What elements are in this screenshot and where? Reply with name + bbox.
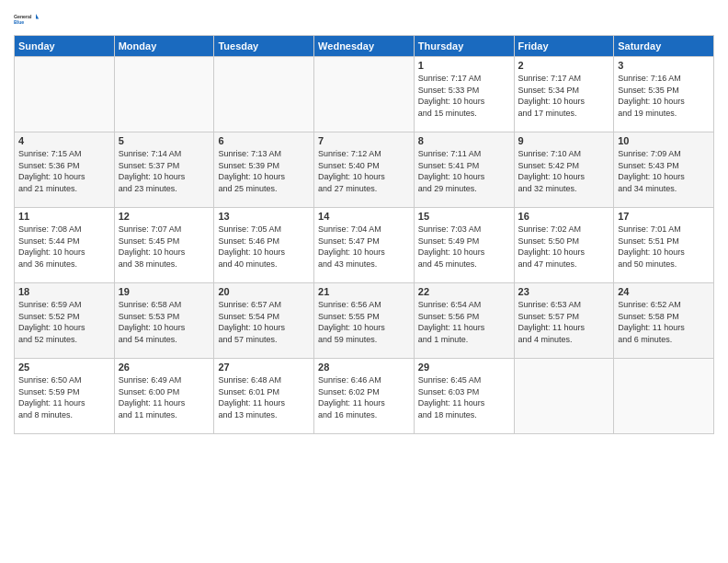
calendar-cell: 21Sunrise: 6:56 AM Sunset: 5:55 PM Dayli…: [314, 283, 415, 359]
day-number: 4: [18, 135, 110, 146]
calendar-cell: 26Sunrise: 6:49 AM Sunset: 6:00 PM Dayli…: [114, 359, 214, 434]
day-info: Sunrise: 7:10 AM Sunset: 5:42 PM Dayligh…: [518, 148, 610, 194]
calendar-table: SundayMondayTuesdayWednesdayThursdayFrid…: [14, 35, 714, 434]
calendar-cell: 10Sunrise: 7:09 AM Sunset: 5:43 PM Dayli…: [614, 132, 714, 208]
day-number: 13: [218, 211, 310, 222]
day-number: 29: [418, 362, 510, 373]
week-row-4: 18Sunrise: 6:59 AM Sunset: 5:52 PM Dayli…: [15, 283, 714, 359]
day-number: 23: [518, 286, 610, 297]
calendar-cell: 24Sunrise: 6:52 AM Sunset: 5:58 PM Dayli…: [614, 283, 714, 359]
day-info: Sunrise: 6:57 AM Sunset: 5:54 PM Dayligh…: [218, 299, 310, 345]
day-number: 7: [318, 135, 410, 146]
calendar-cell: 16Sunrise: 7:02 AM Sunset: 5:50 PM Dayli…: [514, 208, 614, 283]
day-header-tuesday: Tuesday: [214, 36, 314, 57]
calendar-cell: 12Sunrise: 7:07 AM Sunset: 5:45 PM Dayli…: [114, 208, 214, 283]
day-header-friday: Friday: [514, 36, 614, 57]
day-number: 19: [119, 286, 210, 297]
logo-icon: GeneralBlue: [14, 9, 40, 29]
header: GeneralBlue: [14, 9, 714, 29]
day-info: Sunrise: 7:09 AM Sunset: 5:43 PM Dayligh…: [618, 148, 710, 194]
calendar-cell: 25Sunrise: 6:50 AM Sunset: 5:59 PM Dayli…: [15, 359, 115, 434]
calendar-cell: [114, 57, 214, 132]
day-info: Sunrise: 7:07 AM Sunset: 5:45 PM Dayligh…: [119, 224, 210, 270]
calendar-cell: 13Sunrise: 7:05 AM Sunset: 5:46 PM Dayli…: [214, 208, 314, 283]
calendar-cell: 17Sunrise: 7:01 AM Sunset: 5:51 PM Dayli…: [614, 208, 714, 283]
page-container: GeneralBlue SundayMondayTuesdayWednesday…: [0, 0, 728, 443]
day-header-thursday: Thursday: [414, 36, 514, 57]
day-number: 8: [418, 135, 510, 146]
day-number: 27: [218, 362, 310, 373]
day-info: Sunrise: 6:49 AM Sunset: 6:00 PM Dayligh…: [119, 374, 210, 420]
svg-marker-2: [36, 14, 39, 19]
week-row-5: 25Sunrise: 6:50 AM Sunset: 5:59 PM Dayli…: [15, 359, 714, 434]
day-info: Sunrise: 7:17 AM Sunset: 5:33 PM Dayligh…: [418, 73, 510, 119]
calendar-cell: 20Sunrise: 6:57 AM Sunset: 5:54 PM Dayli…: [214, 283, 314, 359]
calendar-cell: 28Sunrise: 6:46 AM Sunset: 6:02 PM Dayli…: [314, 359, 415, 434]
calendar-cell: 1Sunrise: 7:17 AM Sunset: 5:33 PM Daylig…: [414, 57, 514, 132]
day-info: Sunrise: 6:45 AM Sunset: 6:03 PM Dayligh…: [418, 374, 510, 420]
day-number: 20: [218, 286, 310, 297]
day-info: Sunrise: 6:46 AM Sunset: 6:02 PM Dayligh…: [318, 374, 410, 420]
day-info: Sunrise: 6:58 AM Sunset: 5:53 PM Dayligh…: [119, 299, 210, 345]
calendar-cell: 7Sunrise: 7:12 AM Sunset: 5:40 PM Daylig…: [314, 132, 415, 208]
day-info: Sunrise: 7:05 AM Sunset: 5:46 PM Dayligh…: [218, 224, 310, 270]
calendar-cell: 8Sunrise: 7:11 AM Sunset: 5:41 PM Daylig…: [414, 132, 514, 208]
day-info: Sunrise: 7:12 AM Sunset: 5:40 PM Dayligh…: [318, 148, 410, 194]
day-info: Sunrise: 6:59 AM Sunset: 5:52 PM Dayligh…: [18, 299, 110, 345]
day-number: 26: [119, 362, 210, 373]
week-row-3: 11Sunrise: 7:08 AM Sunset: 5:44 PM Dayli…: [15, 208, 714, 283]
day-number: 22: [418, 286, 510, 297]
day-info: Sunrise: 7:03 AM Sunset: 5:49 PM Dayligh…: [418, 224, 510, 270]
day-number: 3: [618, 60, 710, 71]
day-number: 16: [518, 211, 610, 222]
day-number: 5: [119, 135, 210, 146]
calendar-cell: 27Sunrise: 6:48 AM Sunset: 6:01 PM Dayli…: [214, 359, 314, 434]
calendar-cell: 9Sunrise: 7:10 AM Sunset: 5:42 PM Daylig…: [514, 132, 614, 208]
calendar-cell: 22Sunrise: 6:54 AM Sunset: 5:56 PM Dayli…: [414, 283, 514, 359]
day-number: 1: [418, 60, 510, 71]
svg-text:Blue: Blue: [14, 19, 24, 25]
day-info: Sunrise: 7:14 AM Sunset: 5:37 PM Dayligh…: [119, 148, 210, 194]
calendar-cell: 6Sunrise: 7:13 AM Sunset: 5:39 PM Daylig…: [214, 132, 314, 208]
day-number: 18: [18, 286, 110, 297]
day-number: 9: [518, 135, 610, 146]
day-number: 21: [318, 286, 410, 297]
calendar-cell: 15Sunrise: 7:03 AM Sunset: 5:49 PM Dayli…: [414, 208, 514, 283]
day-number: 25: [18, 362, 110, 373]
calendar-cell: 18Sunrise: 6:59 AM Sunset: 5:52 PM Dayli…: [15, 283, 115, 359]
week-row-2: 4Sunrise: 7:15 AM Sunset: 5:36 PM Daylig…: [15, 132, 714, 208]
day-info: Sunrise: 7:15 AM Sunset: 5:36 PM Dayligh…: [18, 148, 110, 194]
logo: GeneralBlue: [14, 9, 40, 29]
day-number: 15: [418, 211, 510, 222]
week-row-1: 1Sunrise: 7:17 AM Sunset: 5:33 PM Daylig…: [15, 57, 714, 132]
day-info: Sunrise: 7:17 AM Sunset: 5:34 PM Dayligh…: [518, 73, 610, 119]
day-number: 6: [218, 135, 310, 146]
day-info: Sunrise: 6:53 AM Sunset: 5:57 PM Dayligh…: [518, 299, 610, 345]
day-info: Sunrise: 6:50 AM Sunset: 5:59 PM Dayligh…: [18, 374, 110, 420]
calendar-cell: [314, 57, 415, 132]
day-info: Sunrise: 6:54 AM Sunset: 5:56 PM Dayligh…: [418, 299, 510, 345]
day-number: 17: [618, 211, 710, 222]
day-info: Sunrise: 7:16 AM Sunset: 5:35 PM Dayligh…: [618, 73, 710, 119]
calendar-cell: [214, 57, 314, 132]
day-number: 12: [119, 211, 210, 222]
header-row: SundayMondayTuesdayWednesdayThursdayFrid…: [15, 36, 714, 57]
day-number: 14: [318, 211, 410, 222]
day-header-monday: Monday: [114, 36, 214, 57]
day-number: 28: [318, 362, 410, 373]
calendar-cell: 23Sunrise: 6:53 AM Sunset: 5:57 PM Dayli…: [514, 283, 614, 359]
calendar-cell: 2Sunrise: 7:17 AM Sunset: 5:34 PM Daylig…: [514, 57, 614, 132]
day-info: Sunrise: 7:04 AM Sunset: 5:47 PM Dayligh…: [318, 224, 410, 270]
calendar-cell: 11Sunrise: 7:08 AM Sunset: 5:44 PM Dayli…: [15, 208, 115, 283]
day-number: 2: [518, 60, 610, 71]
calendar-cell: 14Sunrise: 7:04 AM Sunset: 5:47 PM Dayli…: [314, 208, 415, 283]
day-number: 10: [618, 135, 710, 146]
calendar-cell: 19Sunrise: 6:58 AM Sunset: 5:53 PM Dayli…: [114, 283, 214, 359]
calendar-cell: 3Sunrise: 7:16 AM Sunset: 5:35 PM Daylig…: [614, 57, 714, 132]
svg-text:General: General: [14, 14, 32, 19]
day-info: Sunrise: 7:13 AM Sunset: 5:39 PM Dayligh…: [218, 148, 310, 194]
day-number: 24: [618, 286, 710, 297]
day-header-wednesday: Wednesday: [314, 36, 415, 57]
calendar-cell: [15, 57, 115, 132]
day-info: Sunrise: 7:11 AM Sunset: 5:41 PM Dayligh…: [418, 148, 510, 194]
